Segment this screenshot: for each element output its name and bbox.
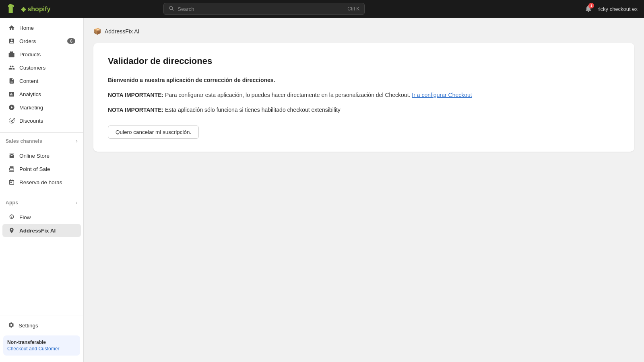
sidebar-item-addressfix[interactable]: AddressFix AI — [2, 224, 81, 237]
sidebar: Home Orders 6 Products Customers C — [0, 18, 84, 362]
sidebar-item-label: Flow — [19, 214, 31, 220]
customers-icon — [8, 64, 15, 71]
non-transferable-title: Non-transferable — [7, 339, 76, 345]
sidebar-item-flow[interactable]: Flow — [2, 211, 81, 224]
note1-link[interactable]: Ir a configurar Checkout — [412, 92, 472, 98]
search-shortcut: Ctrl K — [347, 6, 359, 12]
breadcrumb-text: AddressFix AI — [105, 28, 139, 35]
sidebar-item-orders[interactable]: Orders 6 — [2, 35, 81, 47]
marketing-icon — [8, 104, 15, 111]
logo-text: ◈ shopify — [21, 5, 50, 13]
sidebar-item-label: Discounts — [19, 118, 43, 124]
sidebar-item-online-store[interactable]: Online Store — [2, 149, 81, 162]
main-nav: Home Orders 6 Products Customers C — [0, 18, 83, 131]
sidebar-item-home[interactable]: Home — [2, 21, 81, 34]
sidebar-item-label: Reserva de horas — [19, 179, 62, 185]
topbar-right: 1 ricky checkout ex — [584, 4, 638, 14]
sidebar-item-label: Orders — [19, 38, 36, 44]
content-icon — [8, 77, 15, 84]
expand-icon[interactable]: › — [76, 200, 78, 206]
discounts-icon — [8, 117, 15, 124]
sidebar-item-label: Marketing — [19, 105, 43, 111]
settings-item[interactable]: Settings — [2, 319, 81, 332]
gear-icon — [8, 322, 14, 329]
sidebar-item-customers[interactable]: Customers — [2, 61, 81, 74]
welcome-label: Bienvenido a nuestra aplicación de corre… — [108, 77, 275, 83]
search-bar[interactable]: Ctrl K — [163, 3, 365, 15]
cancel-subscription-button[interactable]: Quiero cancelar mi suscripción. — [108, 125, 199, 139]
content-card: Validador de direcciones Bienvenido a nu… — [93, 43, 634, 152]
pos-icon — [8, 165, 15, 173]
note1: NOTA IMPORTANTE: Para configurar esta ap… — [108, 91, 620, 99]
sidebar-item-reserva[interactable]: Reserva de horas — [2, 176, 81, 189]
non-transferable-box: Non-transferable Checkout and Customer — [3, 335, 80, 356]
notification-badge: 1 — [588, 3, 594, 8]
sidebar-item-products[interactable]: Products — [2, 48, 81, 61]
sidebar-item-label: Content — [19, 78, 38, 84]
sidebar-item-label: Customers — [19, 65, 45, 71]
page-title: Validador de direcciones — [108, 56, 620, 66]
apps-nav: Flow AddressFix AI — [0, 207, 83, 241]
search-input[interactable] — [178, 6, 344, 12]
sidebar-item-content[interactable]: Content — [2, 74, 81, 87]
settings-label: Settings — [19, 323, 38, 329]
sales-channels-nav: Online Store Point of Sale Reserva de ho… — [0, 146, 83, 192]
orders-icon — [8, 37, 15, 45]
sidebar-item-label: Products — [19, 51, 41, 58]
sidebar-item-label: Analytics — [19, 91, 41, 97]
expand-icon[interactable]: › — [76, 138, 78, 144]
apps-header: Apps › — [0, 196, 83, 207]
sidebar-item-label: Point of Sale — [19, 166, 50, 172]
top-bar: ◈ shopify Ctrl K 1 ricky checkout ex — [0, 0, 644, 18]
calendar-icon — [8, 179, 15, 186]
sidebar-item-label: Online Store — [19, 153, 50, 159]
note2-label: NOTA IMPORTANTE: — [108, 107, 163, 113]
note1-label: NOTA IMPORTANTE: — [108, 92, 163, 98]
store-icon — [8, 152, 15, 159]
notification-button[interactable]: 1 — [584, 4, 592, 14]
home-icon — [8, 24, 15, 31]
search-icon — [169, 6, 174, 12]
sidebar-item-discounts[interactable]: Discounts — [2, 114, 81, 127]
breadcrumb-icon: 📦 — [93, 27, 101, 35]
sidebar-bottom: Settings Non-transferable Checkout and C… — [0, 315, 83, 362]
svg-line-1 — [172, 9, 174, 10]
welcome-text: Bienvenido a nuestra aplicación de corre… — [108, 76, 620, 84]
breadcrumb: 📦 AddressFix AI — [93, 27, 634, 35]
sidebar-item-analytics[interactable]: Analytics — [2, 88, 81, 101]
sidebar-item-marketing[interactable]: Marketing — [2, 101, 81, 114]
user-label[interactable]: ricky checkout ex — [597, 6, 638, 12]
sidebar-item-point-of-sale[interactable]: Point of Sale — [2, 162, 81, 175]
main-content: 📦 AddressFix AI Validador de direcciones… — [84, 18, 644, 362]
products-icon — [8, 51, 15, 58]
orders-badge: 6 — [67, 38, 75, 44]
logo[interactable]: ◈ shopify — [6, 3, 50, 14]
note1-text: Para configurar esta aplicación, lo pued… — [165, 92, 410, 98]
sales-channels-header: Sales channels › — [0, 134, 83, 146]
flow-icon — [8, 214, 15, 221]
svg-point-0 — [169, 6, 173, 9]
sidebar-item-label: AddressFix AI — [19, 228, 56, 234]
note2-text: Esta aplicación sólo funciona si tienes … — [165, 107, 341, 113]
addressfix-icon — [8, 227, 15, 234]
sidebar-item-label: Home — [19, 25, 34, 31]
non-transferable-link[interactable]: Checkout and Customer — [7, 346, 59, 352]
analytics-icon — [8, 90, 15, 98]
note2: NOTA IMPORTANTE: Esta aplicación sólo fu… — [108, 106, 620, 114]
